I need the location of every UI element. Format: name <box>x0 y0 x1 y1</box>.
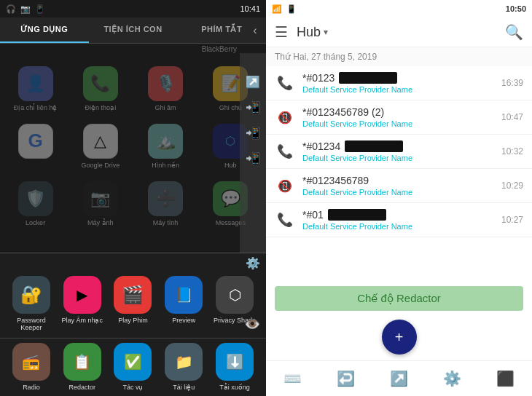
screen3-icon[interactable]: 📲 <box>246 151 260 165</box>
google-icon: G <box>18 124 53 159</box>
app-label: Máy ảnh <box>87 219 114 227</box>
tab-arrow-icon[interactable]: ‹ <box>244 17 266 43</box>
incoming-call-icon: 📞 <box>275 210 295 230</box>
eye-icon[interactable]: 👁️ <box>244 316 260 332</box>
missed-call-icon: 📵 <box>275 175 295 196</box>
call-info: *#0123 Default Service Provider Name <box>302 72 494 94</box>
tray-label: PasswordKeeper <box>17 317 46 333</box>
search-icon[interactable]: 🔍 <box>505 23 523 41</box>
app-label: Địa chỉ liên hệ <box>14 104 58 112</box>
hub-title-text: Hub <box>297 25 321 40</box>
add-icon: + <box>395 329 404 346</box>
contact-icon: 👤 <box>18 66 53 101</box>
list-item[interactable]: 👤 Địa chỉ liên hệ <box>3 60 68 118</box>
app-label: Google Drive <box>82 162 120 170</box>
call-item-1[interactable]: 📞 *#0123 Default Service Provider Name 1… <box>266 66 532 100</box>
settings-icon[interactable]: ⚙️ <box>440 367 464 390</box>
incoming-call-icon: 📞 <box>275 141 295 162</box>
date-label: Thứ Hai, 27 tháng 5, 2019 <box>266 47 532 66</box>
call-info: *#0123456789 Default Service Provider Na… <box>302 175 494 197</box>
right-header: ☰ Hub ▾ 🔍 <box>266 17 532 47</box>
list-item[interactable]: ⬇️ Tải xuống <box>213 343 257 392</box>
calc-icon: ➗ <box>148 181 183 216</box>
chevron-down-icon[interactable]: ▾ <box>324 27 328 37</box>
redacted-block <box>345 140 403 152</box>
call-time: 16:39 <box>501 78 523 88</box>
tray-label: Radio <box>23 384 40 392</box>
screen2-icon[interactable]: 📲 <box>246 126 260 140</box>
list-item[interactable]: 📷 Máy ảnh <box>68 175 133 233</box>
call-item-2[interactable]: 📵 *#0123456789 (2) Default Service Provi… <box>266 100 532 135</box>
right-status-bar: 📶 📱 10:50 <box>266 0 532 17</box>
list-item[interactable]: 📁 Tài liệu <box>162 343 206 392</box>
call-time: 10:47 <box>501 112 523 122</box>
list-item[interactable]: ✅ Tác vụ <box>111 343 154 392</box>
back-icon[interactable]: ↩️ <box>334 367 358 390</box>
tray-label: Tài liệu <box>173 384 195 392</box>
list-item[interactable]: 📋 Redactor <box>60 343 104 392</box>
list-item[interactable]: 🔐 PasswordKeeper <box>9 276 53 333</box>
app-label: Ghi âm <box>155 104 176 112</box>
preview-icon: 📘 <box>165 276 203 314</box>
locker-icon: 🛡️ <box>18 181 53 216</box>
share-icon[interactable]: ↗️ <box>387 367 411 390</box>
call-time: 10:27 <box>501 215 523 225</box>
list-item[interactable]: ➗ Máy tính <box>133 175 198 233</box>
list-item[interactable]: 📞 Điện thoại <box>68 60 133 118</box>
tray-label: Tải xuống <box>219 384 250 392</box>
right-action-bar: ↗️ 📲 📲 📲 <box>240 53 266 253</box>
call-info: *#01234 Default Service Provider Name <box>302 140 494 162</box>
tray-label: Preview <box>172 317 195 325</box>
keyboard-icon[interactable]: ⌨️ <box>281 367 305 390</box>
tab-widgets[interactable]: TIỆN ÍCH CON <box>89 17 178 43</box>
right-bottom-bar: ⌨️ ↩️ ↗️ ⚙️ ⬛ <box>266 360 532 396</box>
tablet-status-icon: 📱 <box>286 4 297 14</box>
list-item[interactable]: 🎬 Play Phim <box>111 276 154 333</box>
password-keeper-icon: 🔐 <box>12 276 50 314</box>
files-icon: 📁 <box>165 343 203 381</box>
incoming-call-icon: 📞 <box>275 73 295 93</box>
left-status-bar: 🎧 📷 📱 10:41 <box>0 0 266 17</box>
call-info: *#01 Default Service Provider Name <box>302 209 494 231</box>
call-info: *#0123456789 (2) Default Service Provide… <box>302 106 494 128</box>
settings-gear-icon[interactable]: ⚙️ <box>246 256 260 270</box>
right-panel: 📶 📱 10:50 ☰ Hub ▾ 🔍 Thứ Hai, 27 tháng 5,… <box>266 0 532 396</box>
tab-apps[interactable]: ỨNG DỤNG <box>0 17 89 43</box>
app-label: Ghi chú <box>219 104 242 112</box>
call-item-3[interactable]: 📞 *#01234 Default Service Provider Name … <box>266 135 532 169</box>
list-item[interactable]: 📘 Preview <box>162 276 206 333</box>
screen-icon[interactable]: 📲 <box>246 100 260 114</box>
call-item-5[interactable]: 📞 *#01 Default Service Provider Name 10:… <box>266 203 532 237</box>
exit-icon[interactable]: ⬛ <box>493 367 517 390</box>
list-item[interactable]: G <box>3 118 68 175</box>
call-number-text: *#0123456789 (2) <box>302 106 384 118</box>
tray-apps: 🔐 PasswordKeeper ▶ Play Âm nhạc 🎬 Play P… <box>0 273 266 338</box>
list-item[interactable]: 📻 Radio <box>9 343 53 392</box>
bottom-tray: ⚙️ 🔐 PasswordKeeper ▶ Play Âm nhạc 🎬 Pla… <box>0 253 266 396</box>
redacted-block <box>339 72 397 84</box>
app-grid-area: 👤 Địa chỉ liên hệ 📞 Điện thoại 🎙️ Ghi âm… <box>0 53 266 253</box>
list-item[interactable]: 🏔️ Hình nền <box>133 118 198 175</box>
list-item[interactable]: 🛡️ Locker <box>3 175 68 233</box>
camera-app-icon: 📷 <box>83 181 118 216</box>
tray-label: Play Phim <box>118 317 148 325</box>
call-list: 📞 *#0123 Default Service Provider Name 1… <box>266 66 532 280</box>
export-icon[interactable]: ↗️ <box>246 75 260 89</box>
list-item[interactable]: 🎙️ Ghi âm <box>133 60 198 118</box>
call-provider: Default Service Provider Name <box>302 85 494 94</box>
hub-title: Hub ▾ <box>297 25 328 40</box>
voice-icon: 🎙️ <box>148 66 183 101</box>
list-item[interactable]: ▶ Play Âm nhạc <box>60 276 104 333</box>
app-label: Locker <box>26 219 45 227</box>
headset-icon: 🎧 <box>6 4 16 14</box>
drive-icon: △ <box>83 124 118 159</box>
play-movie-icon: 🎬 <box>114 276 152 314</box>
call-number: *#01 <box>302 209 494 221</box>
tab-bar: ỨNG DỤNG TIỆN ÍCH CON PHÍM TẮT ‹ <box>0 17 266 44</box>
list-item[interactable]: △ Google Drive <box>68 118 133 175</box>
fab-button[interactable]: + <box>382 320 417 355</box>
call-item-4[interactable]: 📵 *#0123456789 Default Service Provider … <box>266 169 532 203</box>
left-panel: 🎧 📷 📱 10:41 ỨNG DỤNG TIỆN ÍCH CON PHÍM T… <box>0 0 266 396</box>
call-provider: Default Service Provider Name <box>302 188 494 197</box>
hamburger-icon[interactable]: ☰ <box>275 23 288 41</box>
